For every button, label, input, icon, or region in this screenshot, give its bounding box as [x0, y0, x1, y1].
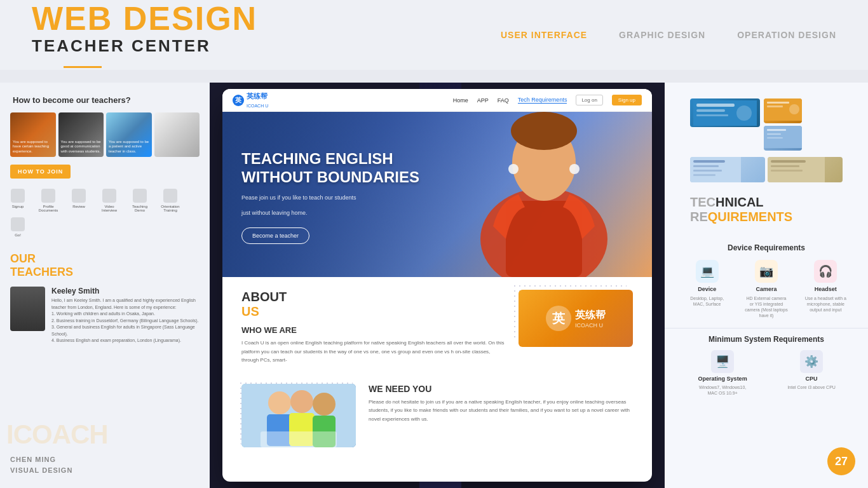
tech-req-title-prefix: TEC: [690, 195, 715, 209]
teachers-label: TEACHERS: [10, 266, 200, 279]
device-name-camera: Camera: [756, 286, 776, 292]
nav-item-ui[interactable]: USER INTERFACE: [501, 30, 587, 40]
we-need-right: WE NEED YOU Please do not hesitate to jo…: [369, 384, 633, 447]
step-go: Go!: [5, 217, 31, 237]
hero-cta-button[interactable]: Become a teacher: [241, 227, 309, 244]
how-to-join-button[interactable]: HOW TO JOIN: [10, 165, 71, 179]
about-us-text: US: [241, 304, 506, 319]
sys-item-cpu: ⚙️ CPU Intel Core i3 above CPU: [787, 350, 835, 396]
how-to-become-label: How to become our teachers?: [0, 83, 210, 112]
svg-rect-20: [767, 102, 789, 104]
device-icon-camera: 📷: [755, 260, 778, 283]
about-title: ABOUT: [241, 290, 506, 304]
step-review-label: Review: [72, 205, 85, 208]
about-title-text: ABOUT: [241, 290, 287, 304]
svg-rect-33: [771, 160, 806, 163]
step-teaching: Teaching Demo: [127, 189, 153, 212]
screen-monitor: [690, 157, 765, 182]
chen-ming-credit: CHEN MING VISUAL DESIGN: [10, 454, 72, 475]
avatar-image: [10, 287, 45, 331]
hero-person: [468, 112, 620, 277]
nav-tech-req[interactable]: Tech Requirements: [518, 97, 567, 104]
kids-svg: [241, 384, 356, 447]
page-number: 27: [835, 455, 848, 468]
screen-laptop: [768, 157, 843, 182]
site-hero: TEACHING ENGLISH WITHOUT BOUNDARIES Peas…: [222, 112, 652, 277]
step-profile-icon: [41, 189, 55, 203]
logo-text: 英练帮ICOACH U: [247, 92, 268, 109]
svg-rect-13: [261, 431, 337, 447]
screen-thumb-phone: [764, 126, 802, 151]
hero-title-line2: WITHOUT BOUNDARIES: [241, 168, 419, 187]
nav-faq[interactable]: FAQ: [498, 97, 509, 104]
device-name-headset: Headset: [815, 286, 837, 292]
nav-app[interactable]: APP: [477, 97, 489, 104]
site-nav: 英 英练帮ICOACH U Home APP FAQ Tech Requirem…: [222, 89, 652, 112]
header: WEB DESIGN TEACHER CENTER USER INTERFACE…: [0, 0, 868, 70]
svg-rect-17: [696, 114, 728, 116]
about-image-container: 英 英练帮 ICOACH U: [519, 290, 633, 347]
icoach-circle-icon: 英: [546, 306, 571, 331]
sys-name-os: Operating System: [698, 376, 747, 382]
step-signup-label: Signup: [12, 205, 24, 208]
person-svg: [468, 112, 620, 277]
logo-circle: 英: [233, 95, 244, 106]
sys-desc-cpu: Intel Core i3 above CPU: [787, 384, 835, 390]
page-number-badge: 27: [827, 447, 855, 475]
we-need-title: WE NEED YOU: [369, 384, 633, 394]
header-left: WEB DESIGN TEACHER CENTER: [32, 2, 501, 68]
site-nav-links: Home APP FAQ Tech Requirements Log on Si…: [453, 95, 642, 105]
svg-point-4: [508, 164, 519, 174]
screen-thumb-tablet: [764, 98, 802, 123]
title-underline: [64, 66, 102, 68]
nav-home[interactable]: Home: [453, 97, 468, 104]
teacher-info: Keeley Smith Hello, I am Keeley Smith. I…: [51, 287, 200, 344]
teacher-name: Keeley Smith: [51, 287, 200, 295]
hero-subtitle-line2: just without leaving home.: [241, 208, 419, 217]
teacher-img-caption-3: You are supposed to be a patient and act…: [109, 140, 149, 154]
our-teachers-section: OUR TEACHERS Keeley Smith Hello, I am Ke…: [0, 240, 210, 351]
nav-item-graphic[interactable]: GRAPHIC DESIGN: [619, 30, 705, 40]
device-desc-headset: Use a headset with a microphone, stable …: [803, 295, 848, 313]
our-label: OUR: [10, 252, 200, 266]
screen-monitor-svg: [690, 157, 741, 182]
device-desc-camera: HD External camera or YIS integrated cam…: [744, 295, 789, 318]
step-review: Review: [66, 189, 92, 212]
step-profile-label: Profile Documents: [36, 205, 61, 212]
signup-button[interactable]: Sign up: [612, 95, 642, 105]
svg-rect-25: [767, 133, 781, 135]
nav-item-operation[interactable]: OPERATION DESIGN: [737, 30, 836, 40]
center-panel: 英 英练帮ICOACH U Home APP FAQ Tech Requirem…: [210, 83, 665, 488]
main-title-line1: WEB DESIGN: [32, 2, 501, 35]
screen-main-content: [690, 98, 760, 127]
svg-point-11: [313, 393, 336, 416]
our-teachers-label: OUR TEACHERS: [10, 252, 200, 279]
site-about: ABOUT US WHO WE ARE I Coach U is an open…: [222, 277, 652, 377]
teacher-img-caption-2: You are supposed to be good at communica…: [61, 140, 102, 154]
svg-rect-26: [767, 137, 783, 139]
icoach-text: 英练帮 ICOACH U: [575, 309, 606, 329]
device-req-section: Device Requirements 💻 Device Desktop, La…: [665, 234, 868, 328]
screen-main-svg: [693, 100, 757, 126]
svg-point-5: [569, 164, 580, 174]
we-need-description: Please do not hesitate to join us if you…: [369, 398, 633, 424]
tech-req-req-suffix: QUIREMENTS: [708, 210, 792, 224]
svg-rect-29: [693, 165, 719, 167]
site-hero-text: TEACHING ENGLISH WITHOUT BOUNDARIES Peas…: [241, 150, 419, 244]
sys-item-os: 🖥️ Operating System Windows7, Windows10,…: [697, 350, 748, 396]
header-nav: USER INTERFACE GRAPHIC DESIGN OPERATION …: [501, 30, 836, 40]
teacher-image-4: [154, 112, 200, 157]
teacher-image-2: You are supposed to be good at communica…: [58, 112, 104, 157]
sys-icon-os: 🖥️: [711, 350, 734, 373]
icoach-watermark: ICOACH: [6, 419, 108, 450]
svg-rect-24: [767, 129, 786, 131]
step-orientation-label: Orientation Training: [158, 205, 183, 212]
login-button[interactable]: Log on: [576, 95, 602, 105]
device-items: 💻 Device Desktop, Laptop, MAC, Surface 📷…: [677, 260, 855, 318]
step-video-icon: [102, 189, 116, 203]
screen-thumbs-right: [764, 98, 802, 151]
about-description: I Coach U is an open online English teac…: [241, 339, 506, 365]
step-video-label: Video Interview: [97, 205, 122, 212]
teacher-image-3: You are supposed to be a patient and act…: [106, 112, 152, 157]
hero-title-line1: TEACHING ENGLISH: [241, 150, 419, 168]
